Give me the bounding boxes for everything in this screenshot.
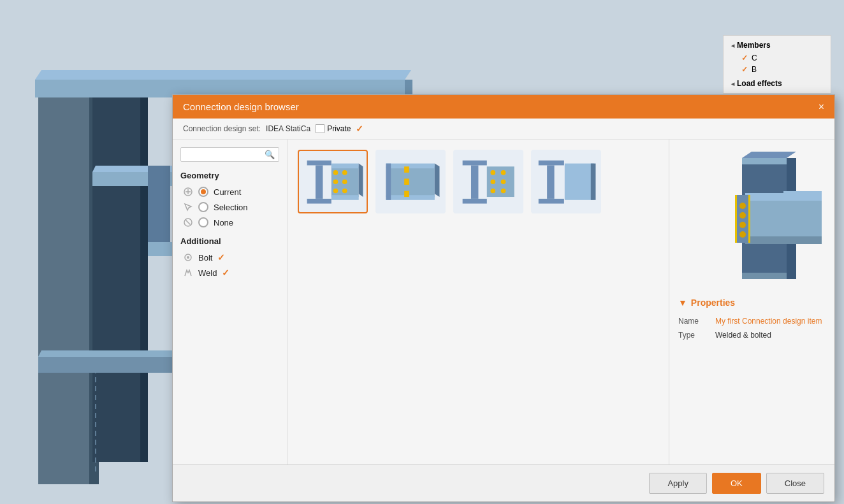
prop-type-row: Type Welded & bolted (678, 331, 826, 340)
filter-none-item[interactable]: None (180, 217, 279, 227)
none-radio[interactable] (198, 217, 208, 227)
geometry-section-title: Geometry (180, 171, 279, 180)
bolt-label: Bolt (198, 253, 212, 263)
members-panel: ◂ Members ✓ C ✓ B ◂ Load effects (723, 35, 831, 94)
bolt-checkmark: ✓ (217, 252, 225, 263)
member-b-item: ✓ B (731, 64, 823, 75)
bolt-icon (183, 252, 193, 263)
weld-checkmark: ✓ (222, 268, 229, 278)
svg-rect-76 (742, 273, 787, 279)
prop-type-key: Type (678, 331, 710, 340)
preview-3d (678, 148, 825, 289)
filter-selection-item[interactable]: Selection (180, 202, 279, 212)
svg-point-70 (739, 231, 746, 238)
svg-rect-27 (331, 163, 359, 168)
svg-rect-75 (742, 158, 787, 164)
svg-point-51 (501, 170, 506, 175)
svg-point-33 (342, 179, 347, 184)
svg-point-29 (333, 170, 338, 175)
close-button[interactable]: Close (766, 473, 824, 494)
thumbnails-area (287, 140, 669, 464)
svg-marker-35 (359, 163, 363, 196)
svg-point-53 (501, 188, 506, 193)
svg-marker-7 (35, 70, 411, 80)
members-title: Members (737, 41, 771, 50)
svg-rect-42 (404, 191, 409, 197)
svg-rect-44 (463, 161, 487, 166)
current-icon (183, 187, 193, 197)
none-label: None (214, 218, 233, 227)
current-label: Current (214, 187, 241, 197)
toolbar-checkmark: ✓ (356, 124, 363, 134)
svg-rect-23 (307, 161, 331, 166)
search-wrap[interactable]: 🔍 (180, 147, 279, 162)
svg-rect-55 (547, 165, 554, 198)
properties-header: ▼ Properties (678, 298, 826, 308)
svg-rect-45 (471, 165, 478, 198)
selection-icon (183, 202, 193, 212)
svg-marker-43 (435, 163, 440, 196)
private-checkbox[interactable] (316, 124, 324, 133)
svg-rect-72 (748, 195, 750, 243)
dialog-close-button[interactable]: × (819, 102, 824, 112)
member-c-label: C (752, 54, 757, 62)
svg-point-68 (739, 212, 746, 219)
selection-label: Selection (214, 203, 247, 212)
svg-point-22 (187, 256, 189, 259)
svg-rect-5 (140, 92, 148, 462)
toolbar-checkbox-wrap: Private (316, 124, 351, 133)
dialog-body: 🔍 Geometry Current S (173, 140, 834, 464)
main-content (287, 140, 669, 464)
load-effects-header: ◂ Load effects (731, 79, 823, 88)
selection-radio[interactable] (198, 202, 208, 212)
load-effects-arrow: ◂ (731, 80, 734, 87)
properties-panel: ▼ Properties Name My first Connection de… (669, 140, 834, 464)
prop-type-value: Welded & bolted (715, 331, 771, 340)
filter-panel: 🔍 Geometry Current S (173, 140, 287, 464)
svg-rect-57 (565, 163, 594, 199)
thumbnail-2[interactable] (453, 150, 523, 213)
svg-rect-71 (735, 195, 737, 243)
svg-point-52 (501, 179, 506, 184)
apply-button[interactable]: Apply (649, 473, 707, 494)
svg-rect-1 (38, 89, 89, 484)
svg-rect-46 (463, 199, 487, 204)
svg-rect-54 (539, 161, 564, 166)
svg-point-67 (739, 203, 746, 209)
current-radio[interactable] (198, 187, 208, 197)
svg-rect-38 (386, 195, 435, 200)
search-icon: 🔍 (265, 150, 275, 159)
properties-arrow: ▼ (678, 298, 687, 308)
thumbnail-0[interactable] (298, 150, 368, 213)
member-b-check: ✓ (741, 65, 748, 74)
private-label: Private (327, 124, 351, 133)
svg-point-49 (491, 179, 496, 184)
current-radio-fill (201, 189, 206, 194)
connection-design-dialog: Connection design browser × Connection d… (172, 94, 835, 502)
preview-svg (681, 152, 822, 285)
search-input[interactable] (185, 150, 265, 159)
filter-current-item[interactable]: Current (180, 187, 279, 197)
svg-point-34 (342, 188, 347, 193)
weld-label: Weld (198, 268, 217, 278)
member-c-check: ✓ (741, 54, 748, 62)
thumbnail-1[interactable] (375, 150, 446, 213)
svg-line-20 (186, 220, 191, 225)
svg-marker-60 (742, 152, 796, 158)
toolbar-label: Connection design set: (183, 124, 261, 133)
svg-rect-39 (386, 163, 391, 199)
svg-rect-37 (386, 163, 435, 168)
prop-name-row: Name My first Connection design item (678, 317, 826, 326)
bolt-item[interactable]: Bolt ✓ (180, 252, 279, 263)
thumb-0-svg (302, 154, 363, 209)
weld-item[interactable]: Weld ✓ (180, 268, 279, 278)
svg-rect-24 (316, 165, 323, 198)
svg-rect-62 (745, 199, 822, 238)
ok-button[interactable]: OK (712, 473, 761, 494)
svg-rect-40 (404, 166, 409, 173)
members-header: ◂ Members (731, 41, 823, 50)
dialog-titlebar: Connection design browser × (173, 95, 834, 119)
member-c-item: ✓ C (731, 52, 823, 64)
dialog-title: Connection design browser (183, 101, 299, 112)
thumbnail-3[interactable] (531, 150, 601, 213)
